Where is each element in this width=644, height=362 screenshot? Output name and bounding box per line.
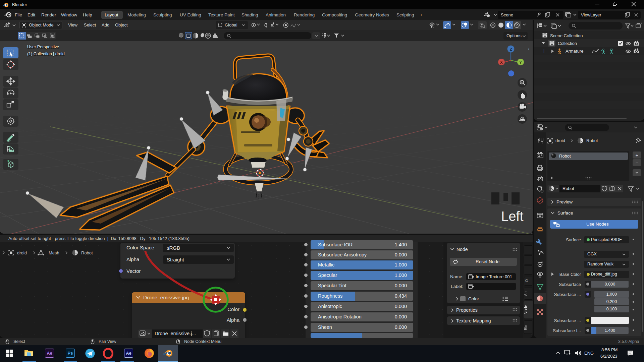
svg-text:Mesh: Mesh xyxy=(49,250,59,255)
svg-text:Y: Y xyxy=(519,60,522,64)
svg-text:droid: droid xyxy=(17,250,27,255)
svg-text:X: X xyxy=(500,60,503,64)
svg-text:Z: Z xyxy=(510,47,512,51)
svg-text:Robot: Robot xyxy=(81,250,93,255)
svg-text:Left: Left xyxy=(501,209,524,224)
